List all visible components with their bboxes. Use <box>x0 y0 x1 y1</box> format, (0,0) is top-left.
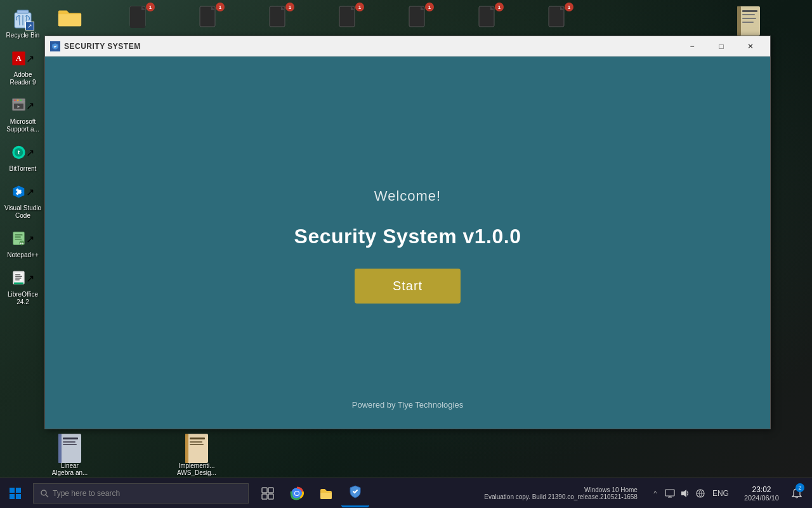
notepadpp-label: Notepad++ <box>7 251 39 259</box>
svg-point-9 <box>14 100 16 102</box>
windows-version: Windows 10 Home <box>584 486 638 493</box>
svg-rect-48 <box>185 434 188 463</box>
welcome-text: Welcome! <box>374 188 441 204</box>
window-titlebar: SECURITY SYSTEM − □ ✕ <box>45 36 770 57</box>
badge: 1 <box>565 3 573 11</box>
taskbar-app-taskview[interactable] <box>254 479 282 507</box>
desktop-icon-ms-support[interactable]: ↗ Microsoft Support a... <box>3 91 43 136</box>
svg-rect-58 <box>262 488 267 493</box>
desktop-icon-folder[interactable] <box>51 5 89 32</box>
shortcut-arrow: ↗ <box>26 53 34 65</box>
svg-rect-26 <box>15 276 22 277</box>
shortcut-arrow: ↗ <box>26 233 34 245</box>
svg-point-56 <box>41 490 46 495</box>
desktop-icon-adobe-reader[interactable]: A ↗ Adobe Reader 9 <box>3 44 43 89</box>
windows-info: Windows 10 Home Evaluation copy. Build 2… <box>484 486 638 500</box>
bottom-desktop-icons: Linear Algebra an... Implementi... AWS_D… <box>51 436 216 476</box>
start-button[interactable]: Start <box>355 269 461 304</box>
svg-rect-65 <box>665 490 674 496</box>
svg-rect-28 <box>15 279 20 280</box>
close-button[interactable]: ✕ <box>736 36 765 57</box>
taskbar-app-security[interactable] <box>341 479 369 507</box>
taskbar-search-bar[interactable]: Type here to search <box>33 483 249 504</box>
svg-rect-25 <box>15 274 20 275</box>
desktop-icon-libreoffice[interactable]: ↗ LibreOffice 24.2 <box>3 264 43 309</box>
tray-sound-icon[interactable] <box>679 488 691 499</box>
svg-rect-53 <box>16 488 21 493</box>
svg-rect-40 <box>742 18 756 19</box>
tray-date: 2024/06/10 <box>744 494 779 502</box>
svg-rect-20 <box>15 239 22 239</box>
desktop-icon-bittorrent[interactable]: t ↗ BitTorrent <box>3 138 43 175</box>
taskbar-app-explorer[interactable] <box>312 479 340 507</box>
svg-rect-60 <box>262 494 267 499</box>
badge: 1 <box>425 3 434 11</box>
window-content: Welcome! Security System v1.0.0 Start Po… <box>45 57 770 429</box>
tray-expand-button[interactable]: ^ <box>650 488 660 498</box>
svg-rect-43 <box>58 434 62 463</box>
desktop-icon-linear-algebra[interactable]: Linear Algebra an... <box>51 436 89 476</box>
svg-rect-37 <box>737 6 741 36</box>
taskbar: Type here to search <box>0 478 812 508</box>
badge: 1 <box>495 3 504 11</box>
svg-rect-18 <box>15 234 22 235</box>
svg-rect-1 <box>17 10 29 13</box>
desktop-icon-aws[interactable]: Implementi... AWS_Desig... <box>178 436 216 476</box>
svg-rect-24 <box>15 272 23 282</box>
system-tray: Windows 10 Home Evaluation copy. Build 2… <box>484 478 812 509</box>
shortcut-arrow: ↗ <box>26 186 34 198</box>
shortcut-arrow: ↗ <box>26 100 34 112</box>
svg-rect-50 <box>190 441 202 443</box>
desktop-icon-file-8[interactable]: 1 <box>539 5 577 30</box>
taskbar-app-chrome[interactable] <box>283 479 311 507</box>
desktop-icon-file-4[interactable]: 1 <box>260 5 298 30</box>
svg-text:A: A <box>16 54 22 63</box>
shortcut-arrow: ↗ <box>25 22 34 30</box>
libreoffice-label: LibreOffice 24.2 <box>4 291 42 306</box>
aws-label: Implementi... AWS_Desig... <box>177 462 216 476</box>
desktop-icon-column: ↗ Recycle Bin A ↗ Adobe Reader 9 <box>0 0 43 314</box>
maximize-button[interactable]: □ <box>707 36 736 57</box>
svg-rect-27 <box>15 277 21 278</box>
badge: 1 <box>146 3 155 11</box>
desktop: ↗ Recycle Bin A ↗ Adobe Reader 9 <box>0 0 812 508</box>
tray-language[interactable]: ENG <box>710 489 731 498</box>
tray-icons-area: ^ <box>645 488 737 499</box>
recycle-bin-label: Recycle Bin <box>6 32 40 39</box>
linear-algebra-label: Linear Algebra an... <box>51 462 89 476</box>
tray-datetime[interactable]: 23:02 2024/06/10 <box>739 485 784 502</box>
window-app-icon <box>50 41 60 51</box>
taskbar-apps <box>254 479 369 507</box>
desktop-icon-file-5[interactable]: 1 <box>330 5 368 30</box>
adobe-reader-label: Adobe Reader 9 <box>4 71 42 86</box>
powered-by-text: Powered by Tiye Technologies <box>352 400 463 410</box>
svg-rect-38 <box>742 10 757 12</box>
svg-rect-52 <box>10 488 15 493</box>
start-menu-button[interactable] <box>0 478 30 509</box>
svg-rect-55 <box>16 494 21 499</box>
search-placeholder-text: Type here to search <box>53 489 242 498</box>
svg-rect-45 <box>63 441 75 443</box>
desktop-icon-vscode[interactable]: ↗ Visual Studio Code <box>3 178 43 222</box>
svg-rect-49 <box>190 438 205 439</box>
tray-monitor-icon[interactable] <box>664 488 676 499</box>
desktop-icon-notepadpp[interactable]: ++ ↗ Notepad++ <box>3 225 43 262</box>
desktop-icon-file-3[interactable]: 1 <box>190 5 228 30</box>
desktop-icon-recycle-bin[interactable]: ↗ Recycle Bin <box>3 5 43 42</box>
svg-point-11 <box>20 100 22 102</box>
desktop-icon-file-6[interactable]: 1 <box>400 5 438 30</box>
svg-rect-61 <box>268 494 273 499</box>
app-title: Security System v1.0.0 <box>294 225 521 248</box>
tray-network-icon[interactable] <box>695 488 706 499</box>
svg-rect-59 <box>268 488 273 493</box>
search-icon <box>40 489 49 498</box>
badge: 1 <box>285 3 294 11</box>
tray-notifications[interactable]: 2 <box>787 478 807 509</box>
svg-rect-41 <box>742 22 754 23</box>
desktop-icon-file-7[interactable]: 1 <box>469 5 508 30</box>
desktop-icon-file-2[interactable]: 1 <box>121 5 159 30</box>
badge: 1 <box>216 3 225 11</box>
minimize-button[interactable]: − <box>678 36 707 57</box>
badge: 1 <box>355 3 364 11</box>
desktop-icon-book[interactable] <box>736 5 761 39</box>
